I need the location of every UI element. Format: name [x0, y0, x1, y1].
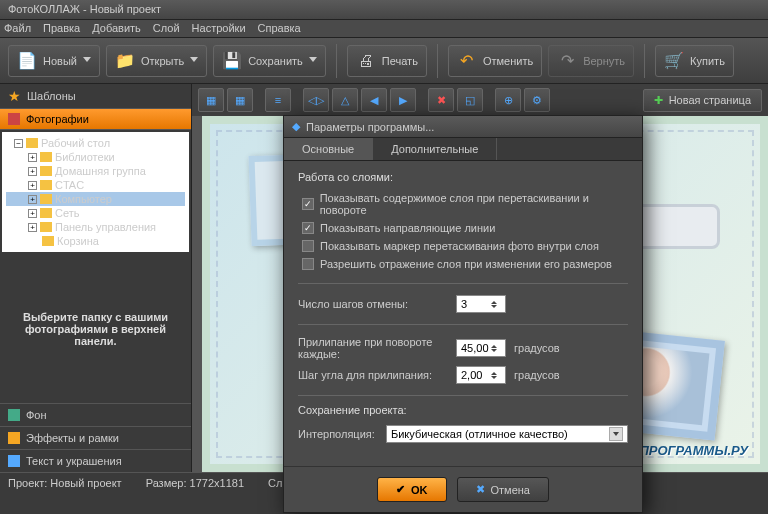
tree-node[interactable]: +CTAC: [6, 178, 185, 192]
star-icon: ★: [8, 88, 21, 104]
crop-button[interactable]: ◱: [457, 88, 483, 112]
cancel-button[interactable]: ✖Отмена: [457, 477, 549, 502]
text-icon: [8, 455, 20, 467]
ok-button[interactable]: ✔OK: [377, 477, 447, 502]
interpolation-combo[interactable]: Бикубическая (отличное качество): [386, 425, 628, 443]
align-button[interactable]: ≡: [265, 88, 291, 112]
print-button[interactable]: 🖨Печать: [347, 45, 427, 77]
tree-node[interactable]: +Панель управления: [6, 220, 185, 234]
trash-icon: [42, 236, 54, 246]
x-icon: ✖: [476, 483, 485, 496]
print-icon: 🖨: [356, 51, 376, 71]
tree-node[interactable]: +Сеть: [6, 206, 185, 220]
folder-icon: 📁: [115, 51, 135, 71]
effects-icon: [8, 432, 20, 444]
menu-help[interactable]: Справка: [258, 22, 301, 35]
send-back-button[interactable]: ▦: [198, 88, 224, 112]
sidebar-tab-effects[interactable]: Эффекты и рамки: [0, 426, 191, 449]
flip-v-icon: △: [341, 94, 349, 107]
tab-main[interactable]: Основные: [284, 138, 373, 160]
cart-icon: 🛒: [664, 51, 684, 71]
settings-dialog: ◆Параметры программы... Основные Дополни…: [283, 115, 643, 513]
snap-angle-spinner[interactable]: 2,00: [456, 366, 506, 384]
flip-v-button[interactable]: △: [332, 88, 358, 112]
sidebar-tab-background[interactable]: Фон: [0, 403, 191, 426]
buy-button[interactable]: 🛒Купить: [655, 45, 734, 77]
tree-node[interactable]: +Библиотеки: [6, 150, 185, 164]
zoom-button[interactable]: ⊕: [495, 88, 521, 112]
expand-icon[interactable]: +: [28, 153, 37, 162]
checkbox-show-content[interactable]: ✓: [302, 198, 314, 210]
sidebar-tab-templates[interactable]: ★Шаблоны: [0, 84, 191, 109]
rotate-left-button[interactable]: ◀: [361, 88, 387, 112]
dialog-icon: ◆: [292, 120, 300, 133]
background-icon: [8, 409, 20, 421]
folder-icon: [40, 222, 52, 232]
new-button[interactable]: 📄Новый: [8, 45, 100, 77]
open-button[interactable]: 📁Открыть: [106, 45, 207, 77]
chevron-down-icon: [309, 57, 317, 65]
checkbox-allow-reflect[interactable]: [302, 258, 314, 270]
snap-rotate-spinner[interactable]: 45,00: [456, 339, 506, 357]
checkbox-show-guides[interactable]: ✓: [302, 222, 314, 234]
folder-icon: [40, 208, 52, 218]
menu-file[interactable]: Файл: [4, 22, 31, 35]
bring-front-button[interactable]: ▦: [227, 88, 253, 112]
spinner-arrows-icon[interactable]: [491, 368, 501, 382]
rotate-r-icon: ▶: [399, 94, 407, 107]
spinner-arrows-icon[interactable]: [491, 341, 501, 355]
undo-button[interactable]: ↶Отменить: [448, 45, 542, 77]
computer-icon: [40, 194, 52, 204]
expand-icon[interactable]: +: [28, 223, 37, 232]
label-frame[interactable]: [630, 204, 720, 249]
gear-icon: ⚙: [532, 94, 542, 107]
flip-h-button[interactable]: ◁▷: [303, 88, 329, 112]
sidebar-tab-text[interactable]: Текст и украшения: [0, 449, 191, 472]
dialog-tabs: Основные Дополнительные: [284, 138, 642, 161]
save-button[interactable]: 💾Сохранить: [213, 45, 326, 77]
window-titlebar: ФотоКОЛЛАЖ - Новый проект: [0, 0, 768, 20]
menu-bar: Файл Правка Добавить Слой Настройки Спра…: [0, 20, 768, 38]
folder-icon: [40, 152, 52, 162]
undo-steps-label: Число шагов отмены:: [298, 298, 448, 310]
redo-icon: ↷: [557, 51, 577, 71]
tree-node[interactable]: Корзина: [6, 234, 185, 248]
chevron-down-icon[interactable]: [609, 427, 623, 441]
tree-root[interactable]: −Рабочий стол: [6, 136, 185, 150]
settings-button[interactable]: ⚙: [524, 88, 550, 112]
tree-node-selected[interactable]: +Компьютер: [6, 192, 185, 206]
expand-icon[interactable]: +: [28, 209, 37, 218]
dialog-titlebar[interactable]: ◆Параметры программы...: [284, 116, 642, 138]
zoom-icon: ⊕: [504, 94, 513, 107]
delete-button[interactable]: ✖: [428, 88, 454, 112]
menu-add[interactable]: Добавить: [92, 22, 141, 35]
spinner-arrows-icon[interactable]: [491, 297, 501, 311]
layer-back-icon: ▦: [206, 94, 216, 107]
checkbox-show-marker[interactable]: [302, 240, 314, 252]
new-page-button[interactable]: ✚Новая страница: [643, 89, 762, 112]
expand-icon[interactable]: +: [28, 195, 37, 204]
main-toolbar: 📄Новый 📁Открыть 💾Сохранить 🖨Печать ↶Отме…: [0, 38, 768, 84]
tab-additional[interactable]: Дополнительные: [373, 138, 497, 160]
undo-steps-spinner[interactable]: 3: [456, 295, 506, 313]
menu-settings[interactable]: Настройки: [192, 22, 246, 35]
collapse-icon[interactable]: −: [14, 139, 23, 148]
canvas-toolbar: ▦ ▦ ≡ ◁▷ △ ◀ ▶ ✖ ◱ ⊕ ⚙ ✚Новая страница: [192, 84, 768, 116]
separator: [437, 44, 438, 78]
placeholder-text: Выберите папку с вашими фотографиями в в…: [0, 254, 191, 403]
check-icon: ✔: [396, 483, 405, 496]
menu-layer[interactable]: Слой: [153, 22, 180, 35]
sidebar-tab-photos[interactable]: Фотографии: [0, 109, 191, 130]
expand-icon[interactable]: +: [28, 167, 37, 176]
expand-icon[interactable]: +: [28, 181, 37, 190]
folder-tree[interactable]: −Рабочий стол +Библиотеки +Домашняя груп…: [2, 132, 189, 252]
sidebar: ★Шаблоны Фотографии −Рабочий стол +Библи…: [0, 84, 192, 472]
redo-button[interactable]: ↷Вернуть: [548, 45, 634, 77]
desktop-icon: [26, 138, 38, 148]
menu-edit[interactable]: Правка: [43, 22, 80, 35]
rotate-right-button[interactable]: ▶: [390, 88, 416, 112]
snap-angle-label: Шаг угла для прилипания:: [298, 369, 448, 381]
folder-icon: [40, 166, 52, 176]
crop-icon: ◱: [465, 94, 475, 107]
tree-node[interactable]: +Домашняя группа: [6, 164, 185, 178]
